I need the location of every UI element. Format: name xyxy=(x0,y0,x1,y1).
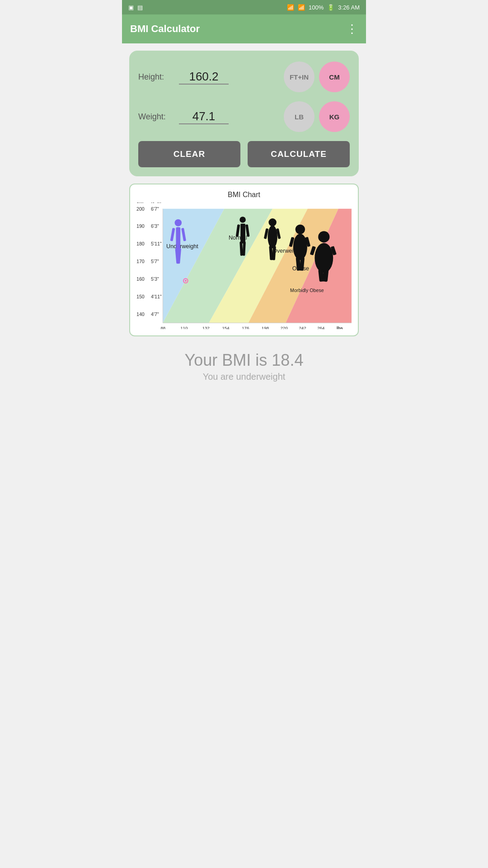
status-bar: ▣ ▤ 📶 📶 100% 🔋 3:26 AM xyxy=(122,0,366,14)
bmi-chart-svg: 200 190 180 170 160 150 140 6'7" 6'3" 5'… xyxy=(136,203,352,329)
bmi-status: You are underweight xyxy=(136,372,352,382)
svg-point-66 xyxy=(296,225,305,234)
svg-point-79 xyxy=(185,280,187,282)
svg-point-48 xyxy=(175,219,182,226)
menu-button[interactable]: ⋮ xyxy=(346,22,358,36)
svg-text:4'11": 4'11" xyxy=(151,294,162,299)
svg-point-67 xyxy=(293,234,307,260)
status-left-icons: ▣ ▤ xyxy=(128,4,143,11)
svg-text:170: 170 xyxy=(136,259,145,264)
svg-text:264: 264 xyxy=(317,326,325,329)
weight-row: Weight: LB KG xyxy=(138,101,350,132)
chart-card: BMI Chart 200 190 180 xyxy=(129,184,359,336)
svg-text:88: 88 xyxy=(160,326,165,329)
main-content: Height: FT+IN CM Weight: LB KG CLEAR CAL… xyxy=(122,43,366,396)
svg-text:242: 242 xyxy=(299,326,306,329)
svg-text:140: 140 xyxy=(136,311,145,317)
svg-text:5'3": 5'3" xyxy=(151,276,159,282)
bmi-value: Your BMI is 18.4 xyxy=(136,351,352,370)
weight-label: Weight: xyxy=(138,112,179,122)
height-unit-buttons: FT+IN CM xyxy=(284,61,350,92)
svg-text:5'7": 5'7" xyxy=(151,259,159,264)
bmi-result: Your BMI is 18.4 You are underweight xyxy=(129,344,359,389)
weight-lb-button[interactable]: LB xyxy=(284,101,314,132)
svg-text:cm: cm xyxy=(136,203,143,204)
height-cm-button[interactable]: CM xyxy=(319,61,350,92)
height-row: Height: FT+IN CM xyxy=(138,61,350,92)
svg-text:lbs: lbs xyxy=(337,326,343,329)
svg-rect-55 xyxy=(240,224,245,244)
svg-text:160: 160 xyxy=(136,276,145,282)
status-right-info: 📶 📶 100% 🔋 3:26 AM xyxy=(287,4,360,11)
svg-text:ft+in: ft+in xyxy=(151,203,161,204)
svg-point-73 xyxy=(314,243,333,273)
svg-point-61 xyxy=(267,226,277,249)
media-icon: ▤ xyxy=(137,4,143,11)
svg-text:132: 132 xyxy=(202,326,210,329)
calculate-button[interactable]: CALCULATE xyxy=(248,141,350,167)
svg-text:220: 220 xyxy=(281,326,288,329)
chart-area: 200 190 180 170 160 150 140 6'7" 6'3" 5'… xyxy=(136,203,352,329)
svg-text:154: 154 xyxy=(222,326,230,329)
svg-text:Morbidly Obese: Morbidly Obese xyxy=(290,288,324,293)
svg-point-72 xyxy=(318,231,329,242)
calculator-card: Height: FT+IN CM Weight: LB KG CLEAR CAL… xyxy=(129,51,359,176)
app-title: BMI Calculator xyxy=(130,23,200,35)
chart-title: BMI Chart xyxy=(136,191,352,199)
height-label: Height: xyxy=(138,72,179,82)
svg-text:5'11": 5'11" xyxy=(151,241,162,246)
height-ftin-button[interactable]: FT+IN xyxy=(284,61,314,92)
action-buttons: CLEAR CALCULATE xyxy=(138,141,350,167)
svg-point-54 xyxy=(239,217,246,223)
svg-text:6'3": 6'3" xyxy=(151,223,159,229)
svg-point-60 xyxy=(268,218,276,226)
weight-unit-buttons: LB KG xyxy=(284,101,350,132)
svg-text:Underweight: Underweight xyxy=(166,243,198,250)
svg-rect-49 xyxy=(176,227,180,250)
svg-text:4'7": 4'7" xyxy=(151,311,159,317)
app-bar: BMI Calculator ⋮ xyxy=(122,14,366,43)
signal-icon: 📶 xyxy=(298,4,305,11)
svg-text:198: 198 xyxy=(262,326,269,329)
height-input[interactable] xyxy=(179,70,229,85)
clear-button[interactable]: CLEAR xyxy=(138,141,240,167)
battery-percent: 100% xyxy=(309,4,324,11)
svg-text:6'7": 6'7" xyxy=(151,206,159,212)
weight-input[interactable] xyxy=(179,109,229,124)
gallery-icon: ▣ xyxy=(128,4,134,11)
svg-text:200: 200 xyxy=(136,206,145,212)
svg-text:180: 180 xyxy=(136,241,145,246)
wifi-icon: 📶 xyxy=(287,4,294,11)
svg-text:110: 110 xyxy=(180,326,188,329)
time-display: 3:26 AM xyxy=(338,4,360,11)
svg-text:190: 190 xyxy=(136,223,145,229)
svg-text:176: 176 xyxy=(242,326,249,329)
weight-kg-button[interactable]: KG xyxy=(319,101,350,132)
svg-text:150: 150 xyxy=(136,294,145,299)
battery-icon: 🔋 xyxy=(327,4,334,11)
